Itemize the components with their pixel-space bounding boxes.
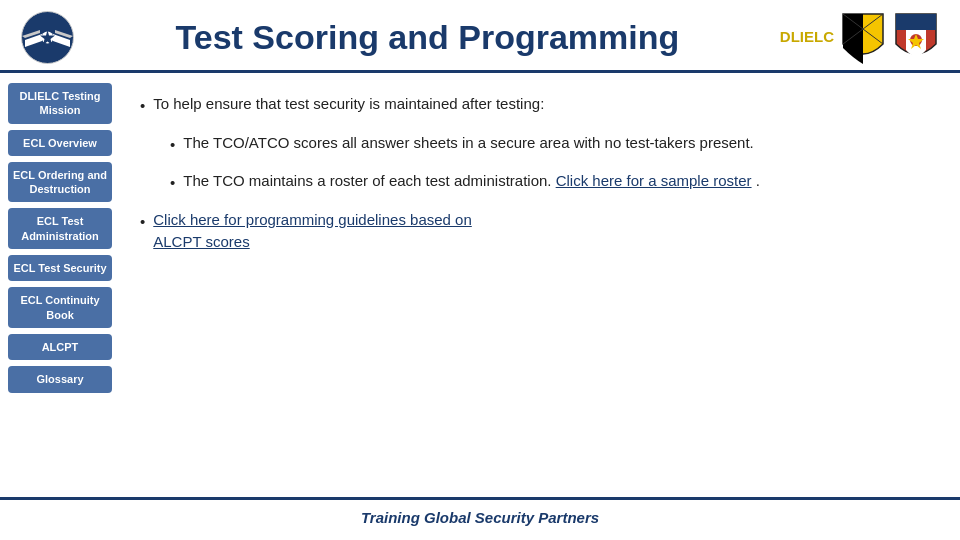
roster-link[interactable]: Click here for a sample roster [556,172,752,189]
sidebar: DLIELC Testing Mission ECL Overview ECL … [0,73,120,497]
programming-link-line1: Click here for programming guidelines ba… [153,211,472,228]
main-bullet-item: • To help ensure that test security is m… [140,93,930,118]
shield1-icon [839,12,887,64]
bottom-bullet-item: • Click here for programming guidelines … [140,209,930,254]
header-title-area: Test Scoring and Programming [75,18,780,57]
header-logos-right: DLIELC [780,12,940,64]
bottom-list: • Click here for programming guidelines … [140,209,930,254]
sub-bullet-2-text: The TCO maintains a roster of each test … [183,170,760,193]
bullet-icon: • [140,95,145,118]
sub-bullet-1: • The TCO/ATCO scores all answer sheets … [170,132,930,157]
sub-bullet-2-icon: • [170,172,175,195]
sidebar-item-alcpt[interactable]: ALCPT [8,334,112,360]
sidebar-item-ecl-ordering-destruction[interactable]: ECL Ordering and Destruction [8,162,112,203]
af-logo-icon [20,10,75,65]
programming-link-line2: ALCPT scores [153,233,249,250]
sidebar-item-glossary[interactable]: Glossary [8,366,112,392]
header-subtitle: DLIELC [780,28,834,45]
bottom-bullet-icon: • [140,211,145,234]
bottom-bullet-content: Click here for programming guidelines ba… [153,209,472,254]
sub-bullet-2-text-after: . [756,172,760,189]
header: Test Scoring and Programming DLIELC [0,0,960,73]
sub-bullet-2-text-before: The TCO maintains a roster of each test … [183,172,551,189]
programming-guidelines-link[interactable]: Click here for programming guidelines ba… [153,211,472,251]
page-title: Test Scoring and Programming [75,18,780,57]
main-list: • To help ensure that test security is m… [140,93,930,118]
main-bullet-text: To help ensure that test security is mai… [153,93,544,116]
sub-bullet-2: • The TCO maintains a roster of each tes… [170,170,930,195]
content-area: • To help ensure that test security is m… [120,73,960,497]
sidebar-item-dlielc-testing-mission[interactable]: DLIELC Testing Mission [8,83,112,124]
main-layout: DLIELC Testing Mission ECL Overview ECL … [0,73,960,497]
sidebar-item-ecl-test-security[interactable]: ECL Test Security [8,255,112,281]
sidebar-item-ecl-test-administration[interactable]: ECL Test Administration [8,208,112,249]
sub-bullet-1-icon: • [170,134,175,157]
sub-bullet-1-text: The TCO/ATCO scores all answer sheets in… [183,132,754,155]
shield2-icon [892,12,940,64]
sidebar-item-ecl-overview[interactable]: ECL Overview [8,130,112,156]
footer-text: Training Global Security Partners [361,509,599,526]
sub-list: • The TCO/ATCO scores all answer sheets … [170,132,930,195]
sidebar-item-ecl-continuity-book[interactable]: ECL Continuity Book [8,287,112,328]
footer: Training Global Security Partners [0,497,960,535]
